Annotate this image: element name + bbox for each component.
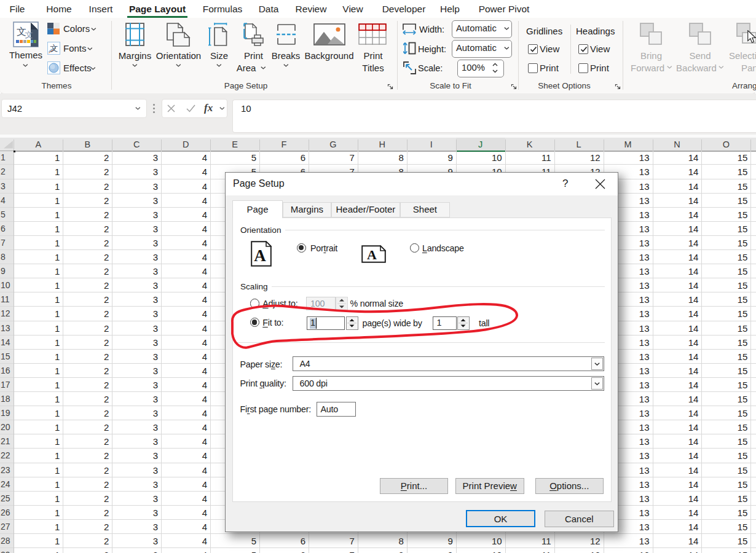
svg-text:A: A [367, 247, 377, 262]
svg-text:A: A [254, 246, 266, 265]
svg-text:文: 文 [50, 44, 58, 53]
svg-text:文: 文 [25, 30, 33, 39]
